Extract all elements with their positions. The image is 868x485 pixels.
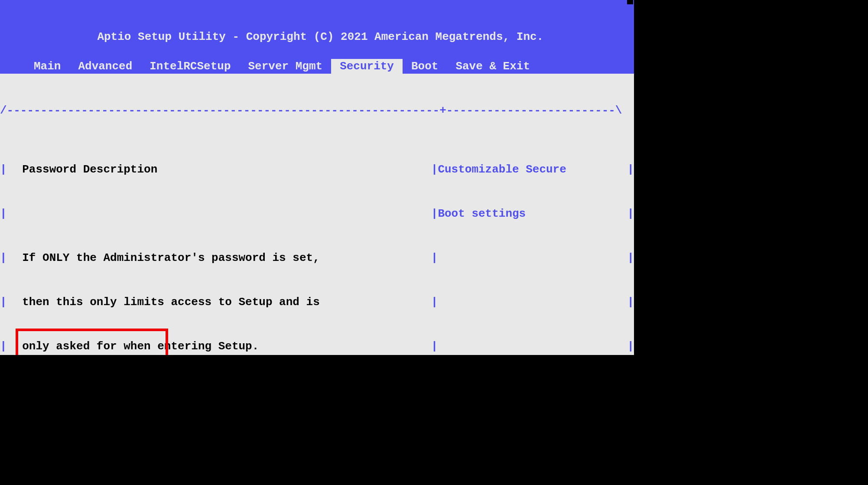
tab-advanced[interactable]: Advanced: [69, 59, 141, 74]
tab-server-mgmt[interactable]: Server Mgmt: [239, 59, 331, 74]
tab-save-exit[interactable]: Save & Exit: [447, 59, 539, 74]
cursor-icon: [627, 0, 633, 4]
tab-security[interactable]: Security: [331, 59, 403, 74]
menu-bar: Main Advanced IntelRCSetup Server Mgmt S…: [0, 59, 634, 74]
tab-main[interactable]: Main: [25, 59, 69, 74]
password-description-heading: Password Description: [13, 162, 431, 177]
body-line: then this only limits access to Setup an…: [13, 295, 431, 309]
help-desc-line-2: Boot settings: [438, 206, 627, 221]
body-line: only asked for when entering Setup.: [13, 339, 431, 354]
tab-intelrcsetup[interactable]: IntelRCSetup: [141, 59, 239, 74]
tab-boot[interactable]: Boot: [403, 59, 447, 74]
body-line: If ONLY the Administrator's password is …: [13, 251, 431, 265]
content-area: /---------------------------------------…: [0, 74, 634, 355]
help-desc-line-1: Customizable Secure: [438, 162, 627, 177]
border-top: /---------------------------------------…: [0, 103, 622, 118]
bios-header-title: Aptio Setup Utility - Copyright (C) 2021…: [0, 29, 634, 44]
